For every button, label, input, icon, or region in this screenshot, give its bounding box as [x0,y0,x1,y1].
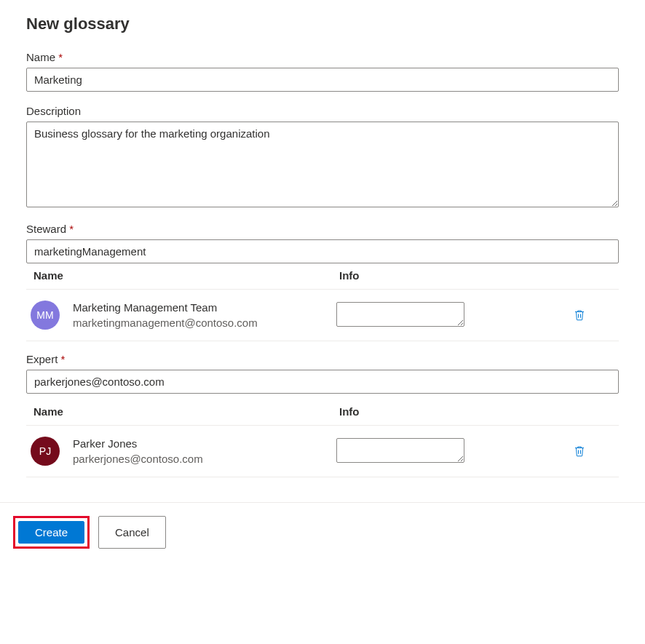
cancel-button[interactable]: Cancel [98,516,166,549]
name-required-marker: * [58,51,63,63]
steward-label-text: Steward [26,223,66,235]
footer: Create Cancel [0,502,645,562]
steward-email: marketingmanagement@contoso.com [73,315,258,330]
name-label: Name * [26,51,619,63]
description-field: Description Business glossary for the ma… [26,105,619,210]
steward-label: Steward * [26,223,619,235]
expert-label-text: Expert [26,353,58,365]
trash-icon [573,445,586,458]
avatar: PJ [31,437,60,466]
steward-list: Name Info MM Marketing Management Team m… [26,263,619,341]
expert-name: Parker Jones [73,436,203,451]
trash-icon [573,309,586,322]
steward-info-input[interactable] [336,302,464,327]
steward-field: Steward * Name Info MM Marketing Managem… [26,223,619,341]
create-highlight: Create [13,516,90,549]
expert-field: Expert * Name Info PJ Parker Jones parke… [26,353,619,477]
steward-required-marker: * [69,223,74,235]
page-title: New glossary [26,15,619,33]
expert-list-header: Name Info [26,394,619,425]
steward-list-header: Name Info [26,263,619,289]
expert-required-marker: * [61,353,66,365]
table-row: PJ Parker Jones parkerjones@contoso.com [26,425,619,477]
col-name-header: Name [33,405,339,418]
col-info-header: Info [339,269,543,282]
description-input[interactable]: Business glossary for the marketing orga… [26,122,619,207]
expert-info-input[interactable] [336,438,464,463]
col-info-header: Info [339,405,543,418]
create-button[interactable]: Create [18,521,84,544]
expert-person: PJ Parker Jones parkerjones@contoso.com [31,436,336,466]
col-name-header: Name [33,269,339,282]
name-input[interactable] [26,68,619,92]
expert-list: Name Info PJ Parker Jones parkerjones@co… [26,394,619,477]
description-label: Description [26,105,619,117]
expert-email: parkerjones@contoso.com [73,451,203,466]
name-label-text: Name [26,51,55,63]
description-label-text: Description [26,105,81,117]
avatar: MM [31,301,60,330]
expert-search-input[interactable] [26,370,619,394]
steward-person: MM Marketing Management Team marketingma… [31,300,336,330]
name-field: Name * [26,51,619,92]
steward-delete-button[interactable] [570,306,589,325]
steward-search-input[interactable] [26,239,619,263]
table-row: MM Marketing Management Team marketingma… [26,289,619,341]
expert-label: Expert * [26,353,619,365]
steward-name: Marketing Management Team [73,300,258,315]
expert-delete-button[interactable] [570,442,589,461]
